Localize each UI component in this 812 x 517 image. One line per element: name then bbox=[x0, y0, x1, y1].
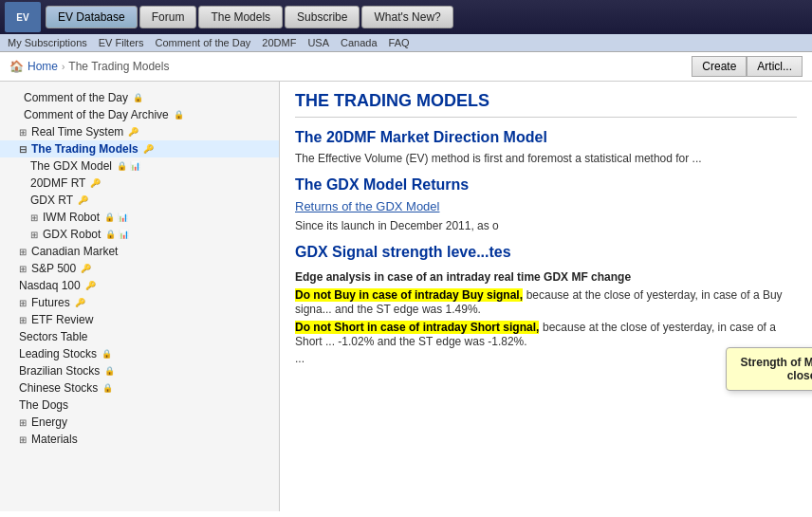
key-icon: 🔑 bbox=[90, 178, 101, 188]
sidebar-item-sp500[interactable]: ⊞ S&P 500 🔑 bbox=[0, 260, 279, 277]
plus-icon: ⊞ bbox=[19, 417, 27, 428]
nav-canada[interactable]: Canada bbox=[341, 37, 378, 48]
site-logo: EV bbox=[5, 2, 41, 32]
sidebar-item-20dmf-rt[interactable]: 20DMF RT 🔑 bbox=[0, 175, 279, 192]
sidebar-item-nasdaq100[interactable]: Nasdaq 100 🔑 bbox=[0, 277, 279, 294]
nav-forum[interactable]: Forum bbox=[139, 6, 197, 28]
callout-tooltip: Strength of March 28's close bbox=[726, 347, 812, 391]
dotdot-text: ... bbox=[295, 352, 797, 365]
lock-icon: 🔒 bbox=[174, 110, 184, 120]
sidebar-item-materials[interactable]: ⊞ Materials bbox=[0, 431, 279, 448]
sidebar-label: The Dogs bbox=[19, 398, 68, 412]
plus-icon: ⊞ bbox=[19, 434, 27, 445]
sidebar-label: ETF Review bbox=[31, 313, 93, 326]
sidebar-item-real-time-system[interactable]: ⊞ Real Time System 🔑 bbox=[0, 123, 279, 140]
sidebar-item-energy[interactable]: ⊞ Energy bbox=[0, 414, 279, 431]
page-title: THE TRADING MODELS bbox=[295, 91, 797, 118]
sidebar-item-sectors-table[interactable]: Sectors Table bbox=[0, 328, 279, 345]
key-icon: 🔑 bbox=[75, 298, 85, 307]
sidebar-label: Chinese Stocks bbox=[19, 381, 98, 395]
edge2-text: Do not Short in case of intraday Short s… bbox=[295, 320, 797, 348]
lock-icon: 🔒 bbox=[104, 212, 115, 222]
sidebar-label: GDX Robot bbox=[43, 228, 101, 241]
home-icon: 🏠 bbox=[9, 60, 24, 73]
sidebar-item-leading-stocks[interactable]: Leading Stocks 🔒 bbox=[0, 345, 279, 362]
key-icon: 🔑 bbox=[78, 195, 88, 205]
sidebar-label: Leading Stocks bbox=[19, 347, 97, 360]
nav-comment-of-day[interactable]: Comment of the Day bbox=[155, 37, 250, 48]
sidebar-label: GDX RT bbox=[30, 194, 73, 207]
top-nav-bar: EV EV Database Forum The Models Subscrib… bbox=[0, 0, 812, 34]
nav-subscribe[interactable]: Subscribe bbox=[285, 6, 360, 28]
plus-icon: ⊞ bbox=[19, 315, 27, 325]
lock-icon: 🔒 bbox=[117, 161, 127, 171]
section3-title: GDX Signal strength leve...tes bbox=[295, 244, 797, 261]
edge-title: Edge analysis in case of an intraday rea… bbox=[295, 270, 797, 284]
sidebar-item-the-dogs[interactable]: The Dogs bbox=[0, 397, 279, 414]
section1-title: The 20DMF Market Direction Model bbox=[295, 129, 797, 146]
sidebar-item-etf-review[interactable]: ⊞ ETF Review bbox=[0, 311, 279, 328]
callout-line1: Strength of March 28's bbox=[741, 356, 812, 369]
sidebar-item-comment-of-day[interactable]: Comment of the Day 🔒 bbox=[0, 89, 279, 106]
sidebar-label: Futures bbox=[31, 296, 70, 309]
key-icon: 🔑 bbox=[143, 144, 154, 154]
sidebar-label: Nasdaq 100 bbox=[19, 279, 81, 292]
plus-icon: ⊞ bbox=[30, 212, 38, 223]
sidebar-item-trading-models[interactable]: ⊟ The Trading Models 🔑 bbox=[0, 140, 279, 157]
chart-icon: 📊 bbox=[130, 161, 140, 171]
sidebar-item-gdx-model[interactable]: The GDX Model 🔒 📊 bbox=[0, 157, 279, 175]
lock-icon: 🔒 bbox=[102, 383, 113, 393]
key-icon: 🔑 bbox=[128, 127, 138, 137]
nav-ev-database[interactable]: EV Database bbox=[46, 6, 138, 28]
main-content: THE TRADING MODELS The 20DMF Market Dire… bbox=[280, 82, 812, 511]
sidebar-label: Energy bbox=[31, 415, 67, 429]
nav-my-subscriptions[interactable]: My Subscriptions bbox=[8, 37, 87, 48]
sidebar-label: Real Time System bbox=[31, 125, 123, 138]
sidebar-item-gdx-robot[interactable]: ⊞ GDX Robot 🔒 📊 bbox=[0, 226, 279, 243]
sidebar-item-gdx-rt[interactable]: GDX RT 🔑 bbox=[0, 192, 279, 209]
sidebar-label: Comment of the Day bbox=[24, 91, 128, 104]
sidebar-label: Brazilian Stocks bbox=[19, 364, 100, 378]
plus-icon: ⊞ bbox=[19, 298, 27, 308]
sidebar: Comment of the Day 🔒 Comment of the Day … bbox=[0, 82, 280, 511]
sidebar-item-comment-archive[interactable]: Comment of the Day Archive 🔒 bbox=[0, 106, 279, 123]
minus-icon: ⊟ bbox=[19, 144, 27, 155]
nav-the-models[interactable]: The Models bbox=[198, 6, 283, 28]
second-nav-bar: My Subscriptions EV Filters Comment of t… bbox=[0, 34, 812, 52]
article-button[interactable]: Articl... bbox=[747, 56, 803, 77]
main-layout: Comment of the Day 🔒 Comment of the Day … bbox=[0, 82, 812, 511]
lock-icon: 🔒 bbox=[102, 349, 112, 359]
section2-text: Since its launch in December 2011, as o bbox=[295, 219, 797, 232]
nav-faq[interactable]: FAQ bbox=[389, 37, 410, 48]
plus-icon: ⊞ bbox=[19, 264, 27, 274]
sidebar-label: The GDX Model bbox=[30, 159, 112, 173]
breadcrumb-home[interactable]: Home bbox=[28, 60, 58, 73]
chart-icon: 📊 bbox=[119, 230, 129, 239]
plus-icon: ⊞ bbox=[19, 247, 27, 257]
sidebar-item-chinese-stocks[interactable]: Chinese Stocks 🔒 bbox=[0, 379, 279, 397]
sidebar-item-canadian-market[interactable]: ⊞ Canadian Market bbox=[0, 243, 279, 260]
nav-20dmf[interactable]: 20DMF bbox=[262, 37, 296, 48]
sidebar-item-iwm-robot[interactable]: ⊞ IWM Robot 🔒 📊 bbox=[0, 209, 279, 226]
breadcrumb-current: The Trading Models bbox=[68, 60, 169, 73]
key-icon: 🔑 bbox=[81, 264, 91, 273]
sidebar-label: Comment of the Day Archive bbox=[24, 108, 169, 121]
section1-text: The Effective Volume (EV) method is firs… bbox=[295, 152, 797, 165]
plus-icon: ⊞ bbox=[30, 230, 38, 240]
lock-icon: 🔒 bbox=[133, 93, 143, 102]
plus-icon: ⊞ bbox=[19, 127, 27, 138]
sidebar-label: The Trading Models bbox=[31, 142, 138, 156]
sidebar-label: 20DMF RT bbox=[30, 176, 85, 190]
nav-usa[interactable]: USA bbox=[307, 37, 329, 48]
edge2-highlight: Do not Short in case of intraday Short s… bbox=[295, 321, 539, 334]
nav-ev-filters[interactable]: EV Filters bbox=[99, 37, 144, 48]
lock-icon: 🔒 bbox=[105, 230, 116, 239]
sidebar-label: Canadian Market bbox=[31, 245, 118, 258]
nav-whats-new[interactable]: What's New? bbox=[361, 6, 452, 28]
section2-subtitle[interactable]: Returns of the GDX Model bbox=[295, 199, 797, 213]
sidebar-item-brazilian-stocks[interactable]: Brazilian Stocks 🔒 bbox=[0, 362, 279, 379]
chart-icon: 📊 bbox=[118, 212, 128, 222]
sidebar-item-futures[interactable]: ⊞ Futures 🔑 bbox=[0, 294, 279, 311]
create-button[interactable]: Create bbox=[692, 56, 747, 77]
breadcrumb: 🏠 Home › The Trading Models bbox=[9, 60, 169, 73]
